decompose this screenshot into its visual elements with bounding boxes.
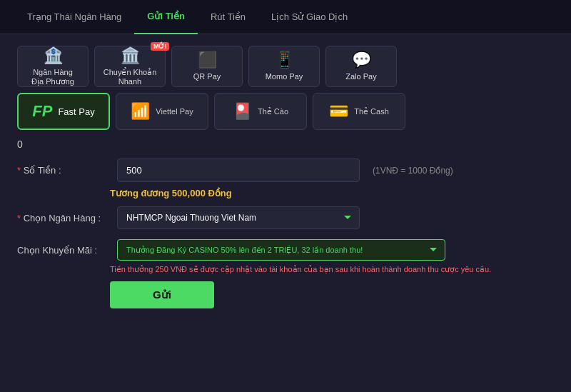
payment-chuyen-khoan[interactable]: MỚI 🏛️ Chuyển KhoảnNhanh — [94, 46, 166, 87]
payment-zalo[interactable]: 💬 Zalo Pay — [325, 46, 397, 87]
balance-display: 0 — [17, 139, 554, 150]
nav-gui-tien[interactable]: Gửi Tiền — [134, 0, 198, 34]
nav-rut-tien[interactable]: Rút Tiền — [198, 0, 258, 34]
payment-the-cash[interactable]: 💳 Thẻ Cash — [313, 93, 405, 130]
viettel-label: Viettel Pay — [156, 107, 193, 116]
submit-row: Gửi — [17, 281, 554, 308]
nav-lich-su[interactable]: Lịch Sử Giao Dịch — [258, 0, 360, 34]
qr-pay-label: QR Pay — [193, 72, 221, 81]
so-tien-hint: (1VNĐ = 1000 Đồng) — [373, 166, 453, 176]
submit-button[interactable]: Gửi — [110, 281, 214, 308]
payment-fast-pay[interactable]: FP Fast Pay — [17, 93, 110, 130]
momo-label: Momo Pay — [266, 72, 303, 81]
app-container: Trạng Thái Ngân Hàng Gửi Tiền Rút Tiền L… — [0, 0, 571, 392]
payment-the-cao[interactable]: 🎴 Thẻ Cào — [214, 93, 307, 130]
the-cash-icon: 💳 — [329, 102, 348, 121]
fp-icon: FP — [32, 102, 52, 121]
payment-ngan-hang[interactable]: 🏦 Ngân HàngĐịa Phương — [17, 46, 89, 87]
chon-khuyen-mai-label: Chọn Khuyến Mãi : — [17, 245, 110, 256]
ngan-hang-label: Ngân HàngĐịa Phương — [31, 68, 74, 86]
zalo-label: Zalo Pay — [345, 72, 376, 81]
payment-viettel[interactable]: 📶 Viettel Pay — [116, 93, 208, 130]
the-cao-icon: 🎴 — [233, 102, 252, 121]
the-cao-label: Thẻ Cào — [258, 107, 288, 116]
chuyen-khoan-label: Chuyển KhoảnNhanh — [103, 68, 157, 86]
top-nav: Trạng Thái Ngân Hàng Gửi Tiền Rút Tiền L… — [0, 0, 571, 34]
chon-ngan-hang-label: * Chọn Ngân Hàng : — [17, 213, 110, 223]
equivalent-text: Tương đương 500,000 Đồng — [110, 188, 232, 198]
fast-pay-label: Fast Pay — [58, 106, 94, 117]
viettel-icon: 📶 — [131, 102, 150, 121]
qr-icon: ⬛ — [198, 51, 217, 69]
zalo-icon: 💬 — [352, 51, 371, 69]
main-content: 🏦 Ngân HàngĐịa Phương MỚI 🏛️ Chuyển Khoả… — [0, 34, 571, 392]
required-star: * — [17, 165, 21, 176]
so-tien-row: * Số Tiền : (1VNĐ = 1000 Đồng) — [17, 159, 554, 182]
payment-row-1: 🏦 Ngân HàngĐịa Phương MỚI 🏛️ Chuyển Khoả… — [17, 46, 554, 87]
payment-row-2: FP Fast Pay 📶 Viettel Pay 🎴 Thẻ Cào 💳 Th… — [17, 93, 554, 130]
bank-icon: 🏦 — [44, 46, 63, 65]
payment-momo[interactable]: 📱 Momo Pay — [248, 46, 320, 87]
khuyen-mai-select[interactable]: Thưởng Đăng Ký CASINO 50% lên đến 2 TRIỆ… — [117, 239, 445, 261]
ngan-hang-select[interactable]: NHTMCP Ngoai Thuong Viet Nam — [117, 206, 360, 229]
chon-ngan-hang-row: * Chọn Ngân Hàng : NHTMCP Ngoai Thuong V… — [17, 206, 554, 229]
momo-icon: 📱 — [275, 51, 294, 69]
transfer-icon: 🏛️ — [121, 46, 140, 65]
nav-trang-thai[interactable]: Trạng Thái Ngân Hàng — [14, 0, 134, 34]
chon-khuyen-mai-row: Chọn Khuyến Mãi : Thưởng Đăng Ký CASINO … — [17, 239, 554, 261]
required-star2: * — [17, 213, 21, 223]
warning-text: Tiền thưởng 250 VNĐ sẽ được cập nhật vào… — [110, 265, 554, 274]
the-cash-label: Thẻ Cash — [354, 107, 389, 116]
new-badge: MỚI — [151, 42, 169, 51]
so-tien-input[interactable] — [117, 159, 360, 182]
so-tien-label: * Số Tiền : — [17, 165, 110, 176]
payment-qr-pay[interactable]: ⬛ QR Pay — [171, 46, 243, 87]
